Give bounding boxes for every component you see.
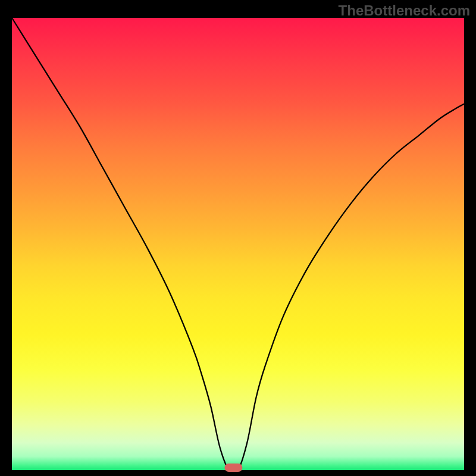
plot-area: [12, 18, 464, 470]
watermark-text: TheBottleneck.com: [339, 2, 470, 19]
optimal-marker: [224, 464, 242, 472]
bottleneck-curve: [12, 18, 464, 473]
chart-svg: [12, 18, 464, 470]
chart-container: TheBottleneck.com: [0, 0, 476, 476]
